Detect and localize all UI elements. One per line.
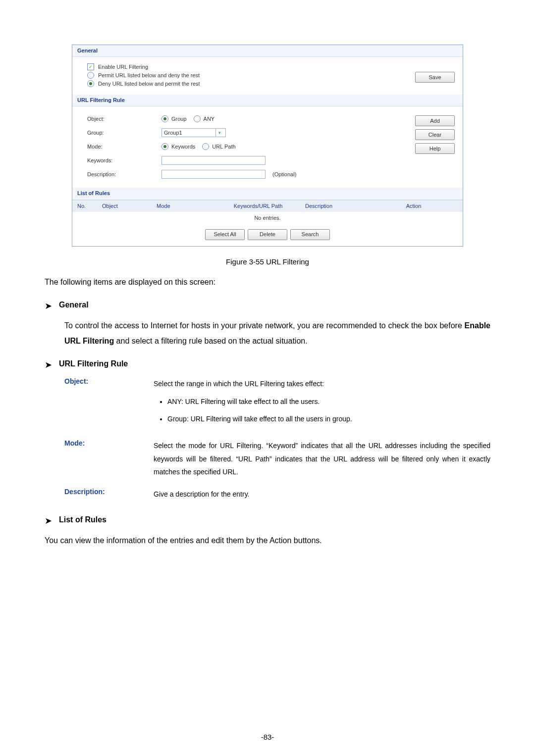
group-select-value: Group1 — [164, 130, 182, 136]
keywords-label: Keywords: — [87, 157, 157, 164]
search-button[interactable]: Search — [290, 229, 330, 240]
figure-caption: Figure 3-55 URL Filtering — [45, 257, 490, 266]
object-group-radio-label: Group — [171, 116, 187, 122]
mode-keywords-radio[interactable] — [161, 143, 168, 150]
doc-object-opt2: Group: URL Filtering will take effect to… — [167, 413, 490, 425]
group-label: Group: — [87, 130, 157, 136]
col-object: Object — [102, 203, 157, 209]
deny-radio[interactable] — [87, 80, 94, 87]
mode-urlpath-radio[interactable] — [202, 143, 209, 150]
enable-url-filtering-label: Enable URL Filtering — [98, 64, 148, 70]
col-no: No. — [77, 203, 102, 209]
optional-text: (Optional) — [272, 171, 296, 178]
heading-general: General — [59, 301, 89, 309]
heading-rule: URL Filtering Rule — [59, 359, 128, 368]
doc-mode-label: Mode: — [64, 439, 154, 479]
add-button[interactable]: Add — [415, 115, 455, 126]
object-any-radio-label: ANY — [204, 116, 215, 122]
no-entries-text: No entries. — [72, 212, 463, 224]
section-header-list: List of Rules — [72, 188, 463, 200]
deny-radio-label: Deny URL listed below and permit the res… — [98, 81, 200, 87]
doc-mode-desc: Select the mode for URL Filtering. “Keyw… — [154, 439, 490, 479]
help-button[interactable]: Help — [415, 143, 455, 154]
doc-desc-label: Description: — [64, 488, 154, 501]
arrow-icon: ➤ — [45, 359, 52, 370]
heading-list: List of Rules — [59, 515, 107, 524]
arrow-icon: ➤ — [45, 515, 52, 526]
rules-table-header: No. Object Mode Keywords/URL Path Descri… — [72, 200, 463, 212]
list-paragraph: You can view the information of the entr… — [45, 533, 490, 548]
mode-keywords-radio-label: Keywords — [171, 144, 195, 150]
mode-urlpath-radio-label: URL Path — [212, 144, 235, 150]
col-action: Action — [370, 203, 458, 209]
doc-object-desc: Select the range in which the URL Filter… — [154, 377, 490, 391]
clear-button[interactable]: Clear — [415, 129, 455, 140]
group-select[interactable]: Group1 ▾ — [161, 128, 226, 137]
col-kw: Keywords/URL Path — [211, 203, 305, 209]
permit-radio[interactable] — [87, 72, 94, 79]
permit-radio-label: Permit URL listed below and deny the res… — [98, 72, 200, 79]
description-input[interactable] — [161, 170, 266, 179]
doc-object-opt1: ANY: URL Filtering will take effect to a… — [167, 396, 490, 408]
page-number: -83- — [0, 733, 535, 741]
general-paragraph: To control the access to Internet for ho… — [64, 318, 490, 349]
chevron-down-icon: ▾ — [215, 129, 223, 137]
section-header-rule: URL Filtering Rule — [72, 95, 463, 106]
object-any-radio[interactable] — [194, 115, 201, 122]
object-group-radio[interactable] — [161, 115, 168, 122]
col-desc: Description — [305, 203, 370, 209]
delete-button[interactable]: Delete — [248, 229, 287, 240]
col-mode: Mode — [157, 203, 211, 209]
description-label: Description: — [87, 171, 157, 178]
section-header-general: General — [72, 45, 463, 57]
mode-label: Mode: — [87, 144, 157, 150]
arrow-icon: ➤ — [45, 301, 52, 311]
select-all-button[interactable]: Select All — [205, 229, 245, 240]
url-filtering-panel: General Enable URL Filtering Permit URL … — [72, 45, 463, 247]
doc-object-label: Object: — [64, 377, 154, 430]
save-button[interactable]: Save — [415, 72, 455, 83]
keywords-input[interactable] — [161, 156, 266, 165]
doc-desc-desc: Give a description for the entry. — [154, 488, 490, 501]
enable-url-filtering-checkbox[interactable] — [87, 63, 94, 70]
intro-text: The following items are displayed on thi… — [45, 275, 490, 290]
object-label: Object: — [87, 116, 157, 122]
